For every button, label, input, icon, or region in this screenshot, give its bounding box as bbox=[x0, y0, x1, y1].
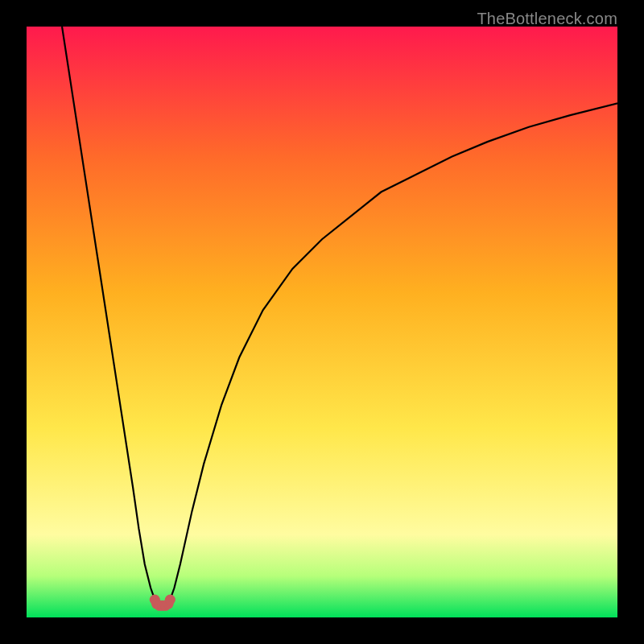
chart-svg bbox=[27, 27, 617, 617]
watermark: TheBottleneck.com bbox=[477, 10, 617, 28]
notch-dot bbox=[165, 594, 175, 605]
gradient-background bbox=[27, 27, 617, 617]
chart-plot-area bbox=[27, 27, 617, 617]
